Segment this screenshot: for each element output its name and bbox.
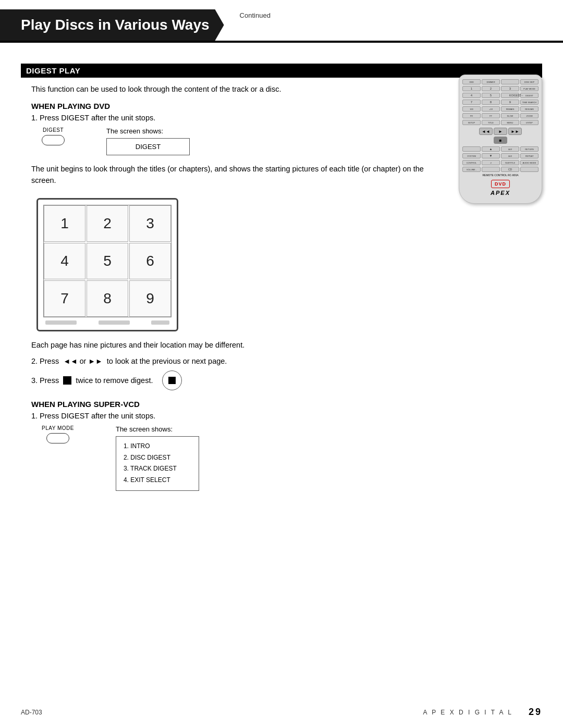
play-mode-btn: PLAY MODE bbox=[520, 86, 538, 91]
remote-logos: DVD APEX bbox=[462, 180, 538, 196]
i-step-btn: I/STEP bbox=[520, 120, 538, 125]
remote-row6: FR FF SLOW ZOOM bbox=[462, 113, 538, 118]
tv-bottom-bar-center bbox=[99, 320, 130, 325]
subtitle-btn: SUBTITLE bbox=[501, 160, 519, 165]
remote-top-row: OBD DIMMER DISK SKIP bbox=[462, 79, 538, 84]
rtn-btn bbox=[462, 146, 481, 152]
control-btn: CONTROL bbox=[462, 160, 481, 165]
tv-frame: 1 2 3 4 5 6 7 8 9 bbox=[36, 198, 178, 331]
step3-end: twice to remove digest. bbox=[76, 376, 153, 385]
vol-down-btn: VOLUME - bbox=[462, 167, 481, 172]
btn-5: 5 bbox=[482, 93, 500, 98]
play-mode-label: PLAY MODE bbox=[42, 425, 74, 431]
remote-row7: SETUP TITLE MENU I/STEP bbox=[462, 120, 538, 125]
ff-btn: FF bbox=[482, 113, 500, 118]
svcd-screen-area: The screen shows: 1. INTRO 2. DISC DIGES… bbox=[116, 425, 199, 490]
down-btn: ▼ bbox=[482, 153, 500, 158]
btn-8: 8 bbox=[482, 100, 500, 105]
svcd-menu-item-1: 1. INTRO bbox=[124, 441, 191, 452]
svcd-menu-item-3: 3. TRACK DIGEST bbox=[124, 463, 191, 475]
dvd-subsection-title: WHEN PLAYING DVD bbox=[21, 102, 438, 110]
remain-btn: REMAIN bbox=[501, 106, 519, 112]
btn-7: 7 bbox=[462, 100, 481, 105]
svcd-step1: 1. Press DIGEST after the unit stops. bbox=[21, 412, 438, 420]
main-row: This function can be used to look throug… bbox=[21, 85, 542, 496]
step2-end: to look at the previous or next page. bbox=[107, 357, 227, 365]
stop-button-inner bbox=[168, 377, 176, 384]
main-content: DIGEST PLAY This function can be used to… bbox=[0, 53, 563, 512]
disk-skip-btn: DISK SKIP bbox=[520, 79, 538, 84]
left-column: This function can be used to look throug… bbox=[21, 85, 438, 496]
play-btn: ► bbox=[494, 128, 507, 135]
tv-cell-1: 1 bbox=[44, 205, 85, 242]
setup-btn: SETUP bbox=[462, 120, 481, 125]
repeat-btn: REPEAT bbox=[520, 153, 538, 158]
remote-row5: 100 +10 REMAIN RESUME bbox=[462, 106, 538, 112]
remote-row11: VOLUME - CD bbox=[462, 167, 538, 172]
digest-button-item: DIGEST bbox=[42, 127, 65, 145]
digest-button-row: DIGEST The screen shows: DIGEST bbox=[21, 127, 438, 155]
step3-prefix: 3. Press bbox=[31, 376, 59, 385]
tv-bottom-bar-left bbox=[45, 320, 77, 325]
tv-cell-6: 6 bbox=[129, 243, 171, 279]
vol-up-btn bbox=[520, 167, 538, 172]
body2: Each page has nine pictures and their lo… bbox=[21, 340, 438, 351]
fr-btn: FR bbox=[462, 113, 481, 118]
page-header: Play Discs in Various Ways Continued bbox=[0, 0, 563, 42]
dvd-screen-text: DIGEST bbox=[136, 143, 161, 151]
skip-icons: ◄◄ or ►► bbox=[63, 357, 103, 365]
svcd-screen-shows-label: The screen shows: bbox=[116, 425, 199, 433]
dvd-step1: 1. Press DIGEST after the unit stops. bbox=[21, 114, 438, 122]
play-mode-button-item: PLAY MODE bbox=[42, 425, 74, 443]
digest-btn: DIGEST DIGEST← bbox=[520, 93, 538, 98]
transport-row1: ◄◄ ► ►► bbox=[462, 128, 538, 135]
tv-cell-2: 2 bbox=[87, 205, 128, 242]
digest-button-shape bbox=[42, 135, 65, 145]
tv-cell-8: 8 bbox=[87, 280, 128, 317]
btn-100: 100 bbox=[462, 106, 481, 112]
remote-row9: SYSTEM ▼ A-B REPEAT bbox=[462, 153, 538, 158]
title-btn: TITLE bbox=[482, 120, 500, 125]
up-btn: ▲ bbox=[482, 146, 500, 152]
svcd-menu-item-2: 2. DISC DIGEST bbox=[124, 452, 191, 464]
transport-section: ◄◄ ► ►► ■ bbox=[462, 128, 538, 144]
tv-cell-3: 3 bbox=[129, 205, 171, 242]
page-number: 29 bbox=[529, 707, 542, 718]
menu-btn: MENU bbox=[501, 120, 519, 125]
stop-btn: ■ bbox=[494, 137, 507, 144]
dvd-body1: The unit begins to look through the titl… bbox=[21, 164, 438, 187]
dimmer-btn: DIMMER bbox=[482, 79, 500, 84]
next-btn: ►► bbox=[508, 128, 522, 135]
header-divider bbox=[0, 42, 563, 43]
play-mode-button-shape bbox=[46, 433, 69, 443]
btn-9: 9 bbox=[501, 100, 519, 105]
stop-icon bbox=[63, 376, 71, 385]
stop-button-shape bbox=[162, 371, 182, 390]
btn-3: 3 bbox=[501, 86, 519, 91]
transport-row2: ■ bbox=[462, 137, 538, 144]
return-btn: RETURN bbox=[520, 146, 538, 152]
tv-cell-4: 4 bbox=[44, 243, 85, 279]
prev-btn: ◄◄ bbox=[479, 128, 493, 135]
remote-column: OBD DIMMER DISK SKIP 1 2 3 PLAY MODE 4 5… bbox=[438, 75, 542, 204]
zoom-btn: ZOOM bbox=[520, 113, 538, 118]
ab2-btn: A-B bbox=[501, 153, 519, 158]
remote-row4: 7 8 9 TIME SEARCH bbox=[462, 100, 538, 105]
page-footer: AD-703 A P E X D I G I T A L 29 bbox=[21, 707, 542, 718]
tv-bottom-bar-right bbox=[151, 320, 169, 325]
screen-shows-area: The screen shows: DIGEST bbox=[106, 127, 190, 155]
step2-line: 2. Press ◄◄ or ►► to look at the previou… bbox=[21, 357, 438, 365]
time-search-btn: TIME SEARCH bbox=[520, 100, 538, 105]
remote-model-label: REMOTE CONTROL RC-900A bbox=[462, 174, 538, 177]
obd-btn: OBD bbox=[462, 79, 481, 84]
tv-bottom-controls bbox=[43, 320, 172, 325]
cd-btn: CD bbox=[501, 167, 519, 172]
model-number: AD-703 bbox=[21, 709, 42, 716]
btn-2: 2 bbox=[482, 86, 500, 91]
apex-logo-text: APEX bbox=[491, 190, 510, 196]
svcd-subsection-title: WHEN PLAYING SUPER-VCD bbox=[21, 400, 438, 409]
btn-4: 4 bbox=[462, 93, 481, 98]
footer-right: A P E X D I G I T A L 29 bbox=[423, 707, 542, 718]
dvd-logo-box: DVD bbox=[491, 180, 510, 188]
tv-grid-container: 1 2 3 4 5 6 7 8 9 bbox=[36, 198, 178, 331]
